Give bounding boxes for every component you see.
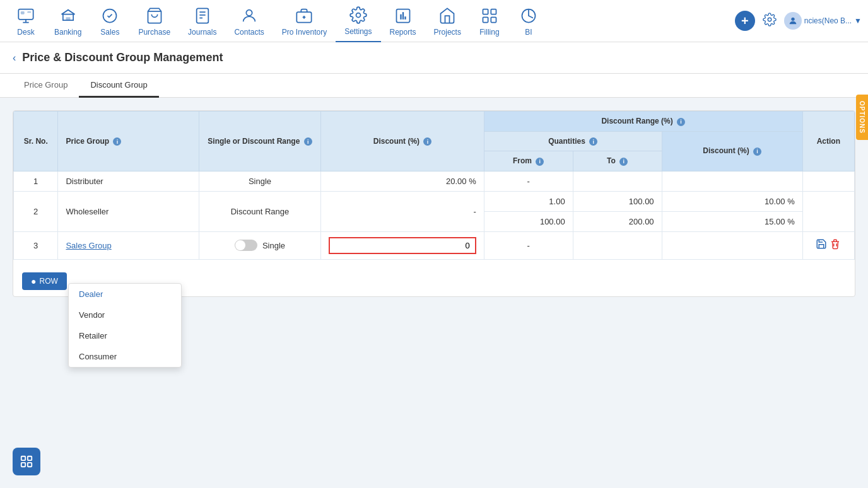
discount-range-info-icon[interactable]: i	[677, 118, 685, 126]
dropdown-item-vendor[interactable]: Vendor	[69, 305, 181, 325]
settings-gear-icon[interactable]	[763, 13, 777, 30]
nav-item-reports[interactable]: Reports	[381, 0, 425, 42]
toggle-knob	[235, 240, 245, 250]
svg-rect-6	[196, 8, 208, 23]
nav-label-bi: BI	[525, 28, 532, 37]
discount-group-table: Sr. No. Price Group i Single or Discount…	[13, 111, 855, 260]
th-discount-range: Discount Range (%) i	[484, 112, 802, 132]
svg-point-21	[768, 18, 771, 21]
settings-icon	[348, 4, 369, 26]
cell-sr-no: 1	[14, 171, 58, 191]
cell-to: 100.00	[573, 191, 662, 211]
tab-price-group[interactable]: Price Group	[13, 74, 79, 98]
cell-to: 200.00	[573, 211, 662, 231]
svg-rect-0	[18, 9, 33, 20]
nav-item-bi[interactable]: BI	[509, 0, 548, 42]
nav-label-purchase: Purchase	[138, 28, 170, 37]
discount-pct-info-icon[interactable]: i	[423, 137, 431, 146]
th-to: To i	[573, 151, 662, 171]
nav-item-purchase[interactable]: Purchase	[129, 0, 179, 42]
quantities-info-icon[interactable]: i	[589, 137, 597, 146]
add-button[interactable]: +	[735, 11, 755, 31]
nav-item-settings[interactable]: Settings	[336, 0, 380, 43]
nav-label-contacts: Contacts	[234, 28, 264, 37]
filling-icon	[479, 5, 500, 26]
cell-single-range: Discount Range	[199, 191, 321, 231]
cell-to	[573, 231, 662, 259]
nav-label-projects: Projects	[434, 28, 461, 37]
th-sr-no: Sr. No.	[14, 112, 58, 171]
th-action: Action	[802, 112, 854, 171]
nav-item-banking[interactable]: Banking	[45, 0, 90, 42]
nav-item-pro-inventory[interactable]: Pro Inventory	[273, 0, 336, 42]
th-quantities: Quantities i	[484, 131, 662, 151]
svg-rect-18	[483, 17, 488, 22]
user-avatar	[784, 12, 802, 30]
cell-from: -	[484, 231, 573, 259]
dropdown-item-consumer[interactable]: Consumer	[69, 346, 181, 367]
page-title: Price & Discount Group Management	[22, 51, 223, 64]
from-info-icon[interactable]: i	[536, 158, 544, 166]
dropdown-item-dealer[interactable]: Dealer	[69, 284, 181, 305]
nav-item-projects[interactable]: Projects	[425, 0, 470, 42]
svg-rect-1	[21, 11, 25, 15]
cell-action	[802, 171, 854, 191]
cell-from: 1.00	[484, 191, 573, 211]
options-tab[interactable]: OPTIONS	[856, 95, 868, 140]
cell-price-group: Distributer	[58, 171, 199, 191]
add-row-label: ROW	[39, 277, 57, 286]
bi-icon	[518, 5, 539, 26]
nav-items: Desk Banking Sales Purchase Journals	[6, 0, 735, 43]
add-icon: ●	[31, 276, 36, 286]
nav-item-filling[interactable]: Filling	[470, 0, 509, 42]
to-info-icon[interactable]: i	[619, 158, 628, 166]
discount-range-pct-info-icon[interactable]: i	[753, 148, 761, 156]
cell-discount-pct: 20.00 %	[321, 171, 484, 191]
price-group-link[interactable]: Sales Group	[66, 241, 111, 250]
desk-icon	[15, 5, 37, 26]
nav-item-sales[interactable]: Sales	[90, 0, 129, 42]
cell-action	[802, 231, 854, 259]
cell-range-discount	[662, 171, 802, 191]
single-range-info-icon[interactable]: i	[304, 137, 312, 146]
tab-discount-group[interactable]: Discount Group	[79, 74, 158, 98]
th-single-or-range: Single or Discount Range i	[199, 112, 321, 171]
svg-point-14	[356, 13, 360, 17]
svg-rect-16	[483, 9, 488, 15]
nav-label-journals: Journals	[188, 28, 216, 37]
nav-label-sales: Sales	[100, 28, 119, 37]
nav-right: + ncies(Neo B... ▼	[735, 11, 862, 31]
top-nav: Desk Banking Sales Purchase Journals	[0, 0, 868, 42]
discount-input[interactable]	[329, 237, 476, 254]
svg-rect-23	[21, 456, 25, 460]
dropdown-item-retailer[interactable]: Retailer	[69, 325, 181, 346]
journals-icon	[192, 5, 213, 26]
svg-rect-26	[28, 463, 32, 467]
banking-icon	[57, 5, 79, 26]
th-discount-pct: Discount (%) i	[321, 112, 484, 171]
projects-icon	[437, 5, 458, 26]
grid-button[interactable]	[13, 448, 40, 475]
back-button[interactable]: ‹	[13, 52, 16, 64]
nav-label-settings: Settings	[344, 27, 372, 36]
nav-item-contacts[interactable]: Contacts	[225, 0, 273, 42]
svg-rect-3	[66, 17, 70, 20]
toggle-switch[interactable]	[235, 240, 257, 251]
th-price-group: Price Group i	[58, 112, 199, 171]
cell-sr-no: 2	[14, 191, 58, 231]
cell-single-range: Single	[199, 171, 321, 191]
nav-item-desk[interactable]: Desk	[6, 0, 45, 42]
cell-range-discount	[662, 231, 802, 259]
cell-price-group: Wholeseller	[58, 191, 199, 231]
price-group-info-icon[interactable]: i	[113, 137, 121, 146]
save-button[interactable]	[816, 238, 827, 252]
nav-label-banking: Banking	[54, 28, 81, 37]
nav-item-journals[interactable]: Journals	[179, 0, 225, 42]
svg-rect-19	[491, 17, 496, 22]
user-name: ncies(Neo B...	[804, 16, 852, 25]
delete-button[interactable]	[830, 238, 841, 252]
add-row-button[interactable]: ● ROW	[22, 272, 67, 290]
nav-label-desk: Desk	[17, 28, 34, 37]
svg-rect-24	[28, 456, 32, 460]
user-menu[interactable]: ncies(Neo B... ▼	[784, 12, 862, 30]
